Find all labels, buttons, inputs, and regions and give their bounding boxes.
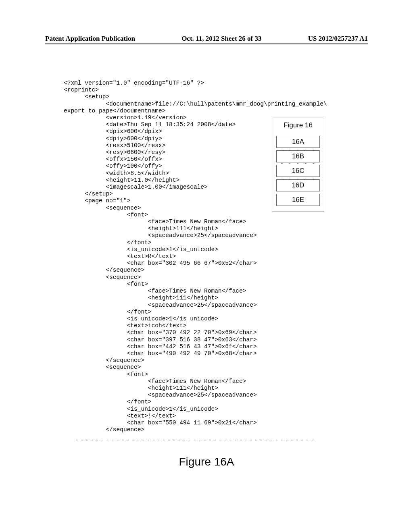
figure-nav-item: 16A — [276, 136, 320, 148]
figure-navigator-title: Figure 16 — [272, 118, 324, 133]
figure-nav-divider: - - - - - — [276, 162, 320, 165]
figure-navigator: Figure 16 16A - - - - - 16B - - - - - 16… — [272, 118, 324, 212]
figure-nav-divider: - - - - - — [276, 177, 320, 179]
header-left: Patent Application Publication — [45, 35, 135, 43]
figure-nav-item: 16B — [276, 150, 320, 162]
header-right: US 2012/0257237 A1 — [308, 35, 368, 43]
section-separator: ----------------------------------------… — [75, 437, 316, 443]
figure-nav-item: 16C — [276, 165, 320, 177]
figure-nav-item: 16E — [276, 194, 320, 206]
header-rule — [45, 44, 368, 44]
page-header: Patent Application Publication Oct. 11, … — [45, 35, 368, 43]
figure-nav-divider: - - - - - — [276, 148, 320, 150]
figure-nav-item: 16D — [276, 179, 320, 191]
figure-navigator-body: 16A - - - - - 16B - - - - - 16C - - - - … — [272, 133, 324, 212]
figure-caption: Figure 16A — [0, 455, 413, 468]
header-center: Oct. 11, 2012 Sheet 26 of 33 — [181, 35, 261, 43]
